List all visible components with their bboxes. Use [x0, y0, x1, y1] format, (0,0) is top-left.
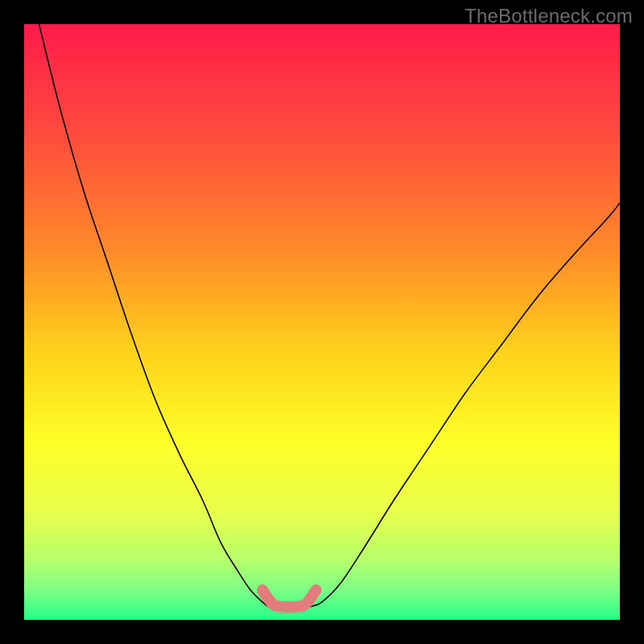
plot-background [24, 24, 620, 620]
bottleneck-chart [0, 0, 644, 644]
watermark-text: TheBottleneck.com [464, 5, 633, 27]
chart-stage: TheBottleneck.com [0, 0, 644, 644]
